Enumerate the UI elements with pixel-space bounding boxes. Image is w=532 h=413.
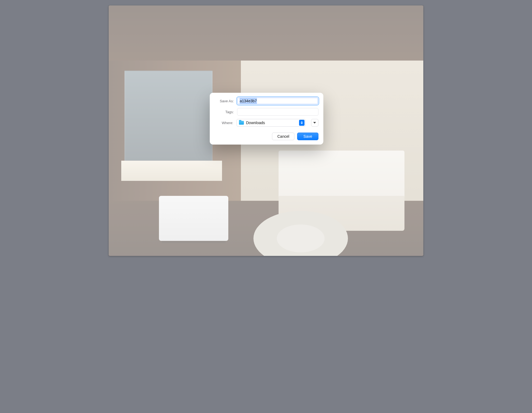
dialog-buttons: Cancel Save bbox=[215, 133, 318, 140]
chevron-down-icon bbox=[313, 122, 316, 124]
folder-icon bbox=[239, 121, 244, 125]
tags-label: Tags: bbox=[215, 110, 234, 114]
tags-input[interactable] bbox=[237, 108, 318, 116]
save-dialog: Save As: a134e3b7 Tags: Where: Downloads bbox=[210, 93, 323, 145]
where-row: Where: Downloads bbox=[215, 119, 318, 127]
tags-row: Tags: bbox=[215, 108, 318, 116]
viewport: Save As: a134e3b7 Tags: Where: Downloads bbox=[98, 0, 434, 261]
expand-dialog-button[interactable] bbox=[311, 119, 318, 127]
where-value: Downloads bbox=[246, 121, 265, 125]
where-label: Where: bbox=[215, 121, 233, 125]
where-select[interactable]: Downloads bbox=[237, 119, 306, 127]
where-stepper-icon bbox=[299, 120, 305, 126]
save-as-row: Save As: a134e3b7 bbox=[215, 97, 318, 105]
save-as-input[interactable]: a134e3b7 bbox=[238, 98, 318, 104]
save-as-value-selected: a134e3b7 bbox=[240, 98, 257, 104]
save-button[interactable]: Save bbox=[297, 133, 318, 140]
save-as-label: Save As: bbox=[215, 99, 234, 103]
cancel-button[interactable]: Cancel bbox=[272, 133, 294, 140]
save-as-input-focus-ring: a134e3b7 bbox=[237, 97, 318, 105]
